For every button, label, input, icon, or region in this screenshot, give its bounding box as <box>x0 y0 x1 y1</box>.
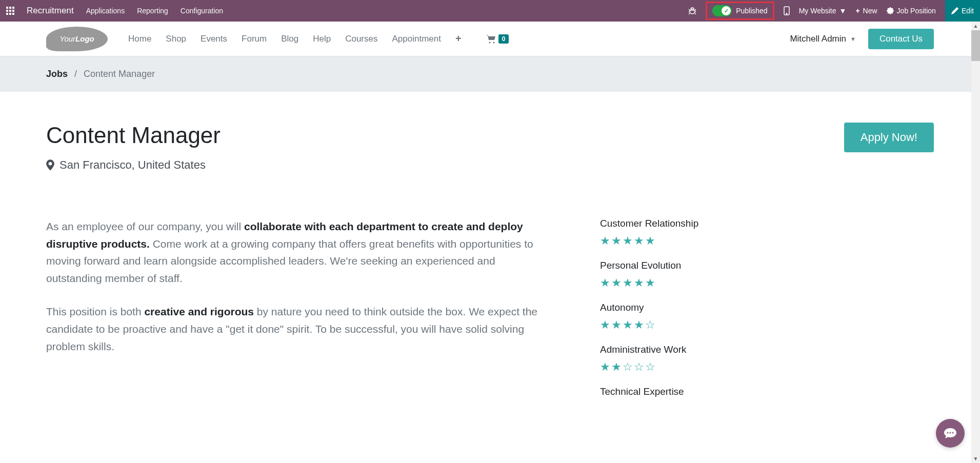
nav-shop[interactable]: Shop <box>166 34 186 44</box>
content: Content Manager Apply Now! San Francisco… <box>0 92 980 430</box>
rating-label: Personal Evolution <box>600 260 744 271</box>
scroll-up-icon[interactable]: ▲ <box>971 22 980 30</box>
star-filled-icon: ★ <box>600 360 610 374</box>
nav-configuration[interactable]: Configuration <box>181 7 223 15</box>
nav-right: Mitchell Admin ▼ Contact Us <box>790 29 934 49</box>
star-filled-icon: ★ <box>623 318 633 332</box>
topbar-left: Recruitment Applications Reporting Confi… <box>6 6 223 16</box>
body-section: As an employee of our company, you will … <box>46 218 934 410</box>
location: San Francisco, United States <box>46 158 934 172</box>
breadcrumb: Jobs / Content Manager <box>0 56 980 92</box>
cart-badge: 0 <box>498 34 509 44</box>
nav-courses[interactable]: Courses <box>345 34 377 44</box>
nav-blog[interactable]: Blog <box>281 34 298 44</box>
main-nav: YourLogo Home Shop Events Forum Blog Hel… <box>0 22 980 56</box>
logo[interactable]: YourLogo <box>46 27 108 51</box>
svg-point-2 <box>489 42 490 43</box>
nav-help[interactable]: Help <box>313 34 331 44</box>
nav-events[interactable]: Events <box>201 34 227 44</box>
add-nav-icon[interactable]: + <box>455 33 462 45</box>
nav-forum[interactable]: Forum <box>242 34 267 44</box>
rating-item: Administrative Work★★☆☆☆ <box>600 344 744 374</box>
nav-applications[interactable]: Applications <box>86 7 125 15</box>
breadcrumb-current: Content Manager <box>84 69 155 79</box>
star-filled-icon: ★ <box>611 360 622 374</box>
rating-label: Customer Relationship <box>600 218 744 229</box>
rating-label: Autonomy <box>600 302 744 313</box>
caret-down-icon: ▼ <box>850 36 856 42</box>
star-empty-icon: ☆ <box>623 360 633 374</box>
star-rating: ★★★★☆ <box>600 318 744 332</box>
paragraph-1: As an employee of our company, you will … <box>46 218 538 287</box>
body-text: As an employee of our company, you will … <box>46 218 538 410</box>
bug-icon[interactable] <box>688 7 696 15</box>
edit-button[interactable]: Edit <box>945 0 980 22</box>
location-text: San Francisco, United States <box>59 158 206 172</box>
star-filled-icon: ★ <box>645 234 655 248</box>
edit-label: Edit <box>962 7 974 15</box>
apply-button[interactable]: Apply Now! <box>844 123 934 152</box>
star-filled-icon: ★ <box>634 276 644 290</box>
check-icon: ✓ <box>722 6 731 15</box>
rating-label: Technical Expertise <box>600 386 744 397</box>
ratings-panel: Customer Relationship★★★★★Personal Evolu… <box>600 218 744 410</box>
star-filled-icon: ★ <box>600 276 610 290</box>
toggle-switch[interactable]: ✓ <box>712 5 732 16</box>
my-website-label: My Website <box>799 7 836 15</box>
location-pin-icon <box>46 159 54 171</box>
star-filled-icon: ★ <box>611 318 622 332</box>
nav-home[interactable]: Home <box>128 34 151 44</box>
cart-button[interactable]: 0 <box>486 34 509 44</box>
star-empty-icon: ☆ <box>645 360 655 374</box>
svg-point-3 <box>493 42 494 43</box>
user-name: Mitchell Admin <box>790 34 846 44</box>
star-rating: ★★★★★ <box>600 276 744 290</box>
star-filled-icon: ★ <box>623 276 633 290</box>
job-title: Content Manager <box>46 123 221 148</box>
paragraph-2: This position is both creative and rigor… <box>46 303 538 355</box>
gear-icon <box>887 7 894 14</box>
star-filled-icon: ★ <box>611 234 622 248</box>
nav-appointment[interactable]: Appointment <box>392 34 441 44</box>
mobile-icon[interactable] <box>784 6 790 15</box>
topbar: Recruitment Applications Reporting Confi… <box>0 0 980 22</box>
star-filled-icon: ★ <box>623 234 633 248</box>
apps-icon[interactable] <box>6 7 14 15</box>
star-filled-icon: ★ <box>634 234 644 248</box>
user-dropdown[interactable]: Mitchell Admin ▼ <box>790 34 856 44</box>
new-label: New <box>863 7 877 15</box>
new-button[interactable]: + New <box>855 7 877 15</box>
scrollbar-thumb[interactable] <box>971 30 980 61</box>
job-position-label: Job Position <box>897 7 936 15</box>
svg-point-1 <box>786 13 787 14</box>
rating-item: Customer Relationship★★★★★ <box>600 218 744 248</box>
rating-item: Technical Expertise <box>600 386 744 397</box>
star-filled-icon: ★ <box>600 318 610 332</box>
star-filled-icon: ★ <box>611 276 622 290</box>
contact-button[interactable]: Contact Us <box>868 29 934 49</box>
star-rating: ★★☆☆☆ <box>600 360 744 374</box>
chat-icon <box>943 427 957 430</box>
star-filled-icon: ★ <box>600 234 610 248</box>
breadcrumb-root[interactable]: Jobs <box>46 69 68 79</box>
topbar-right: ✓ Published My Website ▼ + New Job Posit… <box>688 0 974 22</box>
pencil-icon <box>951 7 958 14</box>
star-empty-icon: ☆ <box>634 360 644 374</box>
breadcrumb-separator: / <box>74 69 77 79</box>
plus-icon: + <box>855 7 859 15</box>
scrollbar[interactable]: ▲ ▼ <box>971 22 980 430</box>
publish-highlight: ✓ Published <box>706 2 774 20</box>
nav-reporting[interactable]: Reporting <box>137 7 168 15</box>
publish-toggle[interactable]: ✓ Published <box>712 5 768 16</box>
star-filled-icon: ★ <box>634 318 644 332</box>
title-row: Content Manager Apply Now! <box>46 123 934 152</box>
app-title[interactable]: Recruitment <box>27 6 74 16</box>
caret-down-icon: ▼ <box>839 7 847 15</box>
nav-links: Home Shop Events Forum Blog Help Courses… <box>128 33 462 45</box>
rating-item: Autonomy★★★★☆ <box>600 302 744 332</box>
star-filled-icon: ★ <box>645 276 655 290</box>
star-rating: ★★★★★ <box>600 234 744 248</box>
job-position-button[interactable]: Job Position <box>887 7 936 15</box>
rating-label: Administrative Work <box>600 344 744 355</box>
my-website-dropdown[interactable]: My Website ▼ <box>799 7 847 15</box>
